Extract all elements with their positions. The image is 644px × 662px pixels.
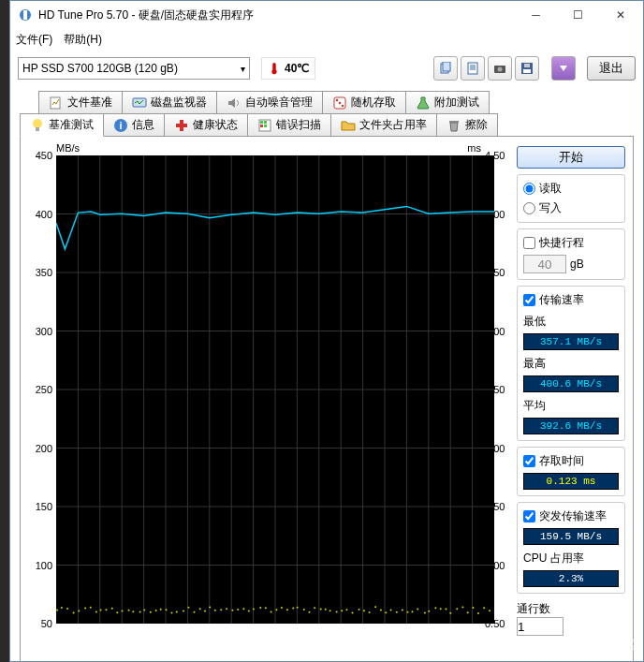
tab-file-benchmark[interactable]: 文件基准	[38, 91, 123, 113]
minimize-button[interactable]: ─	[515, 2, 557, 28]
tab-aam[interactable]: 自动噪音管理	[216, 91, 323, 113]
tab-erase[interactable]: 擦除	[436, 113, 498, 136]
svg-point-123	[417, 608, 418, 610]
max-label: 最高	[523, 356, 619, 372]
tab-label: 信息	[132, 117, 154, 133]
drive-selector[interactable]: HP SSD S700 120GB (120 gB) ▾	[18, 57, 250, 80]
thermometer-icon	[268, 62, 281, 75]
y-tick: 400	[36, 209, 52, 220]
health-icon	[174, 118, 189, 133]
tab-label: 错误扫描	[276, 117, 321, 133]
check-access-time[interactable]: 存取时间	[523, 453, 619, 469]
svg-point-61	[78, 611, 80, 612]
exit-button[interactable]: 退出	[587, 56, 636, 81]
svg-point-66	[106, 609, 108, 611]
menu-file[interactable]: 文件(F)	[16, 32, 52, 48]
svg-point-130	[456, 608, 458, 610]
y-axis-unit: MB/s	[56, 142, 80, 154]
svg-point-97	[275, 609, 277, 611]
radio-read-input[interactable]	[523, 183, 535, 195]
svg-point-92	[248, 611, 250, 612]
tab-random-access[interactable]: 随机存取	[322, 91, 406, 113]
svg-point-98	[281, 607, 283, 609]
svg-point-101	[297, 607, 299, 609]
svg-point-111	[351, 612, 353, 614]
tab-error-scan[interactable]: 错误扫描	[247, 113, 331, 136]
check-label: 快捷行程	[539, 235, 584, 251]
y-tick: 100	[36, 560, 52, 571]
svg-point-3	[271, 69, 276, 74]
svg-point-122	[411, 611, 413, 612]
avg-label: 平均	[523, 398, 619, 414]
svg-point-127	[440, 608, 442, 610]
y-tick: 250	[36, 384, 52, 395]
screenshot-button[interactable]	[488, 56, 512, 81]
info-icon: i	[113, 118, 128, 133]
svg-point-77	[165, 609, 167, 611]
check-access-input[interactable]	[523, 455, 535, 467]
radio-write[interactable]: 写入	[523, 200, 619, 216]
burst-value: 159.5 MB/s	[523, 528, 619, 545]
side-panel: 开始 读取 写入 快捷行程 gB 传输速率 最低 357.1 MB/s 最高 4…	[517, 146, 625, 661]
check-short-stroke-input[interactable]	[523, 237, 535, 249]
svg-point-74	[150, 611, 152, 613]
svg-point-58	[61, 607, 63, 609]
svg-point-81	[187, 607, 189, 609]
save-button[interactable]	[515, 56, 539, 81]
tab-health[interactable]: 健康状态	[164, 113, 248, 136]
short-stroke-value[interactable]	[523, 255, 566, 273]
check-burst-rate[interactable]: 突发传输速率	[523, 508, 619, 524]
svg-point-68	[116, 611, 118, 613]
arrow-down-icon	[558, 63, 569, 74]
svg-rect-1	[23, 10, 27, 20]
radio-write-input[interactable]	[523, 202, 535, 214]
svg-point-59	[66, 608, 68, 610]
tab-disk-monitor[interactable]: 磁盘监视器	[122, 91, 217, 113]
window-title: HD Tune Pro 5.70 - 硬盘/固态硬盘实用程序	[38, 7, 515, 23]
menu-help[interactable]: 帮助(H)	[64, 32, 102, 48]
drive-selector-value: HP SSD S700 120GB (120 gB)	[22, 62, 178, 75]
tab-label: 文件基准	[67, 95, 112, 110]
start-button[interactable]: 开始	[517, 146, 625, 169]
copy-info-button[interactable]	[433, 56, 458, 81]
tab-folder-usage[interactable]: 文件夹占用率	[330, 113, 437, 136]
radio-read[interactable]: 读取	[523, 181, 619, 197]
check-short-stroke[interactable]: 快捷行程	[523, 235, 619, 251]
tab-benchmark[interactable]: 基准测试	[20, 113, 104, 137]
svg-point-115	[374, 606, 376, 608]
check-transfer-rate[interactable]: 传输速率	[523, 292, 619, 308]
svg-point-129	[449, 612, 451, 614]
y-tick: 350	[36, 267, 52, 278]
short-stroke-group: 快捷行程 gB	[517, 228, 625, 280]
svg-point-113	[363, 610, 365, 611]
check-label: 存取时间	[539, 453, 584, 469]
y-tick: 300	[36, 326, 52, 337]
svg-point-103	[309, 611, 311, 613]
y-tick: 200	[36, 443, 52, 454]
dice-icon	[332, 96, 347, 110]
svg-point-62	[84, 607, 86, 609]
options-button[interactable]	[551, 56, 576, 81]
tab-label: 擦除	[465, 117, 488, 133]
tab-info[interactable]: i 信息	[103, 113, 165, 136]
check-transfer-input[interactable]	[523, 294, 535, 306]
unit-label: gB	[570, 257, 584, 271]
close-button[interactable]: ✕	[599, 2, 641, 28]
y2-axis-unit: ms	[467, 142, 481, 154]
access-value: 0.123 ms	[523, 473, 619, 490]
chart-area: MB/s ms 450 400 350 300 250 200 150 100 …	[28, 146, 509, 661]
copy-screenshot-button[interactable]	[461, 56, 485, 81]
cpu-value: 2.3%	[523, 570, 619, 587]
svg-point-90	[237, 609, 239, 611]
menubar: 文件(F) 帮助(H)	[10, 29, 643, 50]
tab-extra-tests[interactable]: 附加测试	[405, 91, 490, 113]
svg-point-87	[220, 609, 222, 611]
cpu-label: CPU 占用率	[523, 551, 619, 566]
check-burst-input[interactable]	[523, 510, 535, 522]
svg-point-63	[90, 607, 92, 609]
chevron-down-icon: ▾	[241, 64, 245, 74]
passes-input[interactable]	[517, 617, 564, 636]
avg-value: 392.6 MB/s	[523, 418, 619, 434]
svg-point-80	[183, 610, 184, 611]
maximize-button[interactable]: ☐	[557, 2, 599, 28]
